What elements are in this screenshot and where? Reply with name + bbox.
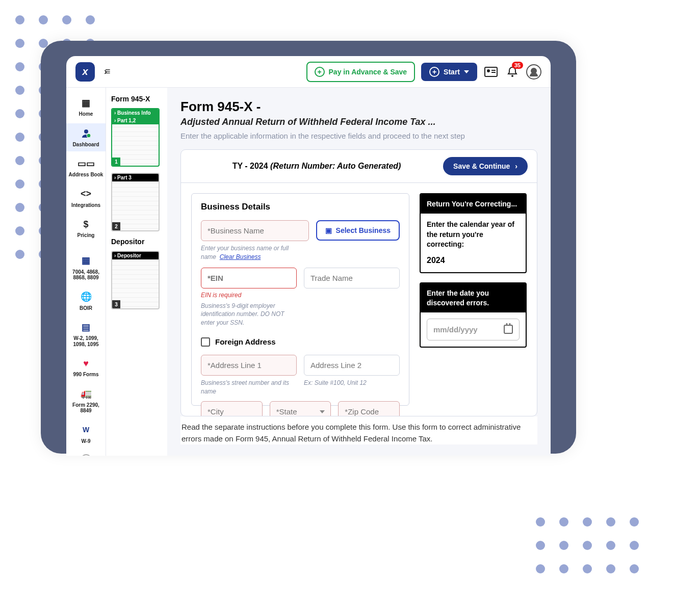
book-icon: ▭▭ — [67, 157, 105, 170]
form-card: TY - 2024 (Return Number: Auto Generated… — [180, 149, 537, 416]
svg-point-4 — [511, 75, 513, 77]
notifications-icon[interactable]: 35 — [505, 66, 520, 78]
thumb-number: 2 — [112, 222, 120, 230]
pricing-icon: $ — [67, 218, 105, 230]
main-content: Form 945-X - Adjusted Annual Return of W… — [167, 88, 551, 456]
sidebar-item-990[interactable]: ♥990 Forms — [66, 353, 106, 382]
chevron-down-icon — [464, 70, 469, 73]
sidebar-item-address-book[interactable]: ▭▭Address Book — [66, 153, 106, 182]
svg-rect-2 — [491, 70, 496, 71]
sidebar-item-wage-forms[interactable]: ▤W-2, 1099, 1098, 1095 — [66, 317, 106, 351]
start-button[interactable]: + Start — [421, 63, 477, 81]
svg-point-1 — [487, 69, 490, 72]
ein-error: EIN is required — [201, 292, 297, 299]
w9-icon: W — [67, 424, 105, 436]
clear-business-link[interactable]: Clear Business — [220, 253, 261, 260]
zip-input[interactable] — [338, 401, 400, 416]
code-icon: <> — [67, 188, 105, 200]
device-frame: x ›≡ + Pay in Advance & Save + Start 35 — [41, 41, 576, 454]
sidebar-item-pricing[interactable]: $Pricing — [66, 214, 106, 243]
city-input[interactable] — [201, 401, 263, 416]
sidebar-item-w9[interactable]: WW-9 — [66, 420, 106, 449]
nav-title: Form 945-X — [111, 95, 162, 103]
thumb-number: 1 — [112, 157, 120, 166]
pay-in-advance-button[interactable]: + Pay in Advance & Save — [306, 62, 416, 82]
svg-point-6 — [87, 134, 91, 138]
sidebar-item-dashboard[interactable]: Dashboard — [66, 123, 106, 152]
form-icon: ▤ — [67, 321, 105, 333]
app-header: x ›≡ + Pay in Advance & Save + Start 35 — [66, 56, 551, 88]
nav-group-title: Depositor — [111, 238, 162, 246]
foreign-address-label: Foreign Address — [215, 337, 276, 346]
heart-icon: ♥ — [67, 357, 105, 370]
tax-year-label: TY - 2024 (Return Number: Auto Generated… — [232, 162, 401, 171]
calendar-icon: ▦ — [67, 255, 105, 267]
help-icon: ? — [81, 454, 92, 456]
section-title: Business Details — [201, 202, 400, 212]
home-icon: ▦ — [67, 97, 105, 109]
form-nav-panel: Form 945-X › Business Info › Part 1,2 1 … — [106, 88, 167, 456]
ein-input[interactable] — [201, 268, 297, 288]
chevron-right-icon: › — [515, 162, 517, 170]
sidebar-item-integrations[interactable]: <>Integrations — [66, 184, 106, 213]
nav-thumb-part12[interactable]: › Business Info › Part 1,2 1 — [111, 108, 160, 167]
form-title: Form 945-X - — [180, 99, 537, 115]
discovered-date-input[interactable]: mm/dd/yyyy — [427, 319, 520, 340]
address-line2-input[interactable] — [304, 355, 400, 376]
business-name-input[interactable] — [201, 220, 309, 241]
user-avatar[interactable] — [526, 64, 541, 80]
start-label: Start — [444, 68, 460, 76]
pay-in-advance-label: Pay in Advance & Save — [329, 68, 407, 76]
right-column: Return You're Correcting... Enter the ca… — [420, 193, 527, 406]
instructions-text: Read the separate instructions before yo… — [180, 416, 537, 444]
sidebar: ▦Home Dashboard ▭▭Address Book <>Integra… — [66, 88, 106, 456]
sidebar-item-home[interactable]: ▦Home — [66, 93, 106, 121]
address-line1-input[interactable] — [201, 355, 297, 376]
business-name-helper: Enter your business name or full name Cl… — [201, 244, 309, 261]
trade-name-input[interactable] — [304, 268, 400, 288]
plus-icon: + — [315, 67, 325, 77]
thumb-number: 3 — [112, 300, 120, 308]
nav-thumb-part3[interactable]: › Part 3 2 — [111, 173, 160, 231]
sidebar-item-help[interactable]: ? — [66, 450, 106, 456]
info-box-header: Enter the date you discovered errors. — [421, 283, 526, 312]
sidebar-item-extensions[interactable]: ▦7004, 4868, 8868, 8809 — [66, 251, 106, 285]
svg-point-5 — [84, 129, 88, 134]
info-box-header: Return You're Correcting... — [421, 194, 526, 214]
menu-toggle-icon[interactable]: ›≡ — [104, 66, 109, 77]
correcting-year: 2024 — [427, 255, 520, 266]
date-placeholder: mm/dd/yyyy — [433, 324, 478, 335]
state-select[interactable] — [270, 401, 331, 416]
save-continue-button[interactable]: Save & Continue › — [443, 157, 528, 175]
form-hint: Enter the applicable information in the … — [180, 132, 537, 140]
logo[interactable]: x — [75, 62, 95, 82]
sidebar-item-2290[interactable]: 🚛Form 2290, 8849 — [66, 384, 106, 418]
svg-rect-3 — [491, 72, 496, 73]
form-subtitle: Adjusted Annual Return of Withheld Feder… — [180, 117, 537, 127]
select-business-button[interactable]: ▣ Select Business — [316, 220, 400, 241]
addr1-helper: Business's street number and its name — [201, 379, 297, 396]
plus-icon: + — [429, 67, 439, 77]
ein-helper: Business's 9-digit employer identificati… — [201, 302, 297, 327]
business-details-section: Business Details Enter your business nam… — [191, 193, 409, 406]
calendar-icon — [504, 325, 513, 334]
addr2-helper: Ex: Suite #100, Unit 12 — [304, 379, 400, 387]
discovered-date-box: Enter the date you discovered errors. mm… — [420, 282, 527, 347]
info-box-body: Enter the calendar year of the return yo… — [421, 214, 526, 272]
nav-thumb-depositor[interactable]: › Depositor 3 — [111, 251, 160, 309]
foreign-address-checkbox[interactable] — [201, 337, 210, 347]
notification-badge: 35 — [512, 62, 523, 69]
app-window: x ›≡ + Pay in Advance & Save + Start 35 — [66, 56, 551, 456]
contact-card-icon[interactable] — [483, 66, 499, 78]
search-icon: ▣ — [325, 226, 332, 234]
sidebar-item-boir[interactable]: 🌐BOIR — [66, 287, 106, 316]
globe-icon: 🌐 — [67, 291, 105, 303]
truck-icon: 🚛 — [67, 388, 105, 400]
dashboard-icon — [67, 127, 105, 140]
card-header: TY - 2024 (Return Number: Auto Generated… — [181, 150, 537, 183]
decorative-dots — [536, 517, 639, 573]
return-correcting-box: Return You're Correcting... Enter the ca… — [420, 193, 527, 273]
